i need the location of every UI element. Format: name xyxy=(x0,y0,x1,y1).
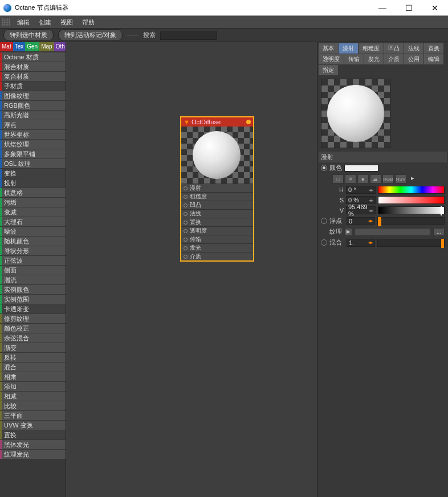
tab-公用[interactable]: 公用 xyxy=(404,54,423,64)
node-canvas[interactable]: ▼ OctDiffuse 漫射粗糙度凹凸法线置换透明度传输发光介质 xyxy=(66,42,317,497)
float-value[interactable]: 0◂▸ xyxy=(347,217,375,225)
node-port[interactable]: 介质 xyxy=(181,252,253,260)
tag-Tex[interactable]: Tex xyxy=(13,42,26,51)
tab-发光[interactable]: 发光 xyxy=(364,54,384,64)
sat-slider[interactable] xyxy=(378,196,445,204)
node-output-dot-icon[interactable] xyxy=(246,120,251,124)
sidebar-item[interactable]: 大理石 xyxy=(0,217,66,226)
sidebar-item[interactable]: 反转 xyxy=(0,353,66,362)
sidebar-item[interactable]: 黑体发光 xyxy=(0,440,66,449)
sidebar-item[interactable]: 浮点 xyxy=(0,120,66,129)
sidebar-item[interactable]: 图像纹理 xyxy=(0,91,66,100)
minimize-button[interactable]: — xyxy=(369,0,396,16)
texture-play-button[interactable]: ▶ xyxy=(344,228,352,236)
color-swatch[interactable] xyxy=(344,165,378,172)
radio-color[interactable] xyxy=(321,165,327,171)
tag-Mat[interactable]: Mat xyxy=(0,42,13,51)
sidebar-item[interactable]: 相乘 xyxy=(0,372,66,381)
sidebar-item[interactable]: 随机颜色 xyxy=(0,237,66,246)
tab-漫射[interactable]: 漫射 xyxy=(339,43,358,54)
sidebar-item[interactable]: 混合 xyxy=(0,362,66,372)
search-input[interactable] xyxy=(160,31,217,40)
sidebar-item[interactable]: 多象限平铺 xyxy=(0,149,66,158)
colormode-icon[interactable]: ✲ xyxy=(345,174,356,184)
mix-slider[interactable] xyxy=(377,239,445,247)
sidebar-item[interactable]: 复合材质 xyxy=(0,72,66,81)
expand-arrow-icon[interactable]: ▸ xyxy=(411,174,414,184)
sidebar-item[interactable]: 颜色校正 xyxy=(0,324,66,333)
port-ring-icon[interactable] xyxy=(184,246,188,250)
sidebar-item[interactable]: 侧面 xyxy=(0,266,66,275)
menu-创建[interactable]: 创建 xyxy=(34,16,56,28)
radio-mix[interactable] xyxy=(321,239,327,246)
sidebar-item[interactable]: 棋盘格 xyxy=(0,188,66,197)
sidebar-item[interactable]: 相减 xyxy=(0,392,66,401)
texture-field[interactable] xyxy=(355,228,431,236)
tab-介质[interactable]: 介质 xyxy=(384,54,404,64)
port-ring-icon[interactable] xyxy=(184,203,188,207)
menu-视图[interactable]: 视图 xyxy=(56,16,78,28)
node-octdiffuse[interactable]: ▼ OctDiffuse 漫射粗糙度凹凸法线置换透明度传输发光介质 xyxy=(180,116,254,262)
tag-Gen[interactable]: Gen xyxy=(25,42,39,51)
sidebar-item[interactable]: 噪波 xyxy=(0,227,66,236)
port-ring-icon[interactable] xyxy=(184,229,188,233)
mix-value[interactable]: 1.◂▸ xyxy=(347,239,375,247)
node-header[interactable]: ▼ OctDiffuse xyxy=(181,117,253,127)
sidebar-item[interactable]: 余弦混合 xyxy=(0,333,66,343)
tab-粗糙度[interactable]: 粗糙度 xyxy=(359,43,384,54)
sidebar-item[interactable]: 置换 xyxy=(0,430,66,439)
texture-browse-button[interactable]: ... xyxy=(433,228,445,236)
h-value[interactable]: 0 °◂▸ xyxy=(346,186,376,194)
radio-float[interactable] xyxy=(321,218,327,224)
sidebar-item[interactable]: 污垢 xyxy=(0,198,66,207)
sidebar-item[interactable]: 高斯光谱 xyxy=(0,111,66,120)
maximize-button[interactable]: ☐ xyxy=(396,0,422,16)
colormode-icon[interactable]: HSV xyxy=(395,174,406,184)
node-port[interactable]: 透明度 xyxy=(181,226,253,235)
node-port[interactable]: 发光 xyxy=(181,243,253,252)
sidebar-item[interactable]: RGB颜色 xyxy=(0,101,66,110)
tab-法线[interactable]: 法线 xyxy=(404,43,423,54)
close-button[interactable]: ✕ xyxy=(422,0,448,16)
node-port[interactable]: 漫射 xyxy=(181,184,253,192)
sidebar-item[interactable]: 添加 xyxy=(0,382,66,391)
node-port[interactable]: 置换 xyxy=(181,218,253,226)
goto-sel-material-button[interactable]: 转到选中材质 xyxy=(3,29,54,41)
sidebar-item[interactable]: 衰减 xyxy=(0,207,66,217)
float-slider[interactable] xyxy=(377,217,445,225)
collapse-icon[interactable]: ▼ xyxy=(184,119,190,125)
sidebar-item[interactable]: OSL 纹理 xyxy=(0,159,66,168)
hue-slider[interactable] xyxy=(378,186,445,194)
colormode-icon[interactable]: ■ xyxy=(357,174,369,184)
colormode-icon[interactable]: RGB xyxy=(382,174,394,184)
sidebar-item[interactable]: 世界坐标 xyxy=(0,130,66,139)
port-ring-icon[interactable] xyxy=(184,195,188,199)
tab-指定[interactable]: 指定 xyxy=(319,65,338,75)
node-port[interactable]: 法线 xyxy=(181,209,253,218)
s-value[interactable]: 0 %◂▸ xyxy=(346,196,376,204)
port-ring-icon[interactable] xyxy=(184,238,188,242)
tab-凹凸[interactable]: 凹凸 xyxy=(384,43,404,54)
node-port[interactable]: 传输 xyxy=(181,235,253,243)
tab-置换[interactable]: 置换 xyxy=(424,43,443,54)
colormode-icon[interactable]: □ xyxy=(332,174,344,184)
menu-帮助[interactable]: 帮助 xyxy=(78,16,99,28)
sidebar-item[interactable]: 脊状分形 xyxy=(0,246,66,255)
sidebar-item[interactable]: Octane 材质 xyxy=(0,52,66,62)
port-ring-icon[interactable] xyxy=(184,212,188,216)
goto-active-tag-button[interactable]: 转到活动标记/对象 xyxy=(58,29,123,41)
sidebar-item[interactable]: 卡通渐变 xyxy=(0,304,66,313)
sidebar-item[interactable]: 子材质 xyxy=(0,82,66,91)
v-value[interactable]: 95.469 %◂▸ xyxy=(346,206,376,214)
tab-基本[interactable]: 基本 xyxy=(319,43,338,54)
tab-透明度[interactable]: 透明度 xyxy=(319,54,344,64)
sidebar-item[interactable]: 实例范围 xyxy=(0,295,66,304)
tab-传输[interactable]: 传输 xyxy=(344,54,364,64)
node-port[interactable]: 凹凸 xyxy=(181,201,253,209)
menu-编辑[interactable]: 编辑 xyxy=(13,16,34,28)
sidebar-item[interactable]: 投射 xyxy=(0,178,66,188)
sidebar-item[interactable]: 比较 xyxy=(0,401,66,410)
port-ring-icon[interactable] xyxy=(184,221,188,225)
sidebar-item[interactable]: 渐变 xyxy=(0,343,66,352)
sidebar-item[interactable]: 湍流 xyxy=(0,275,66,284)
